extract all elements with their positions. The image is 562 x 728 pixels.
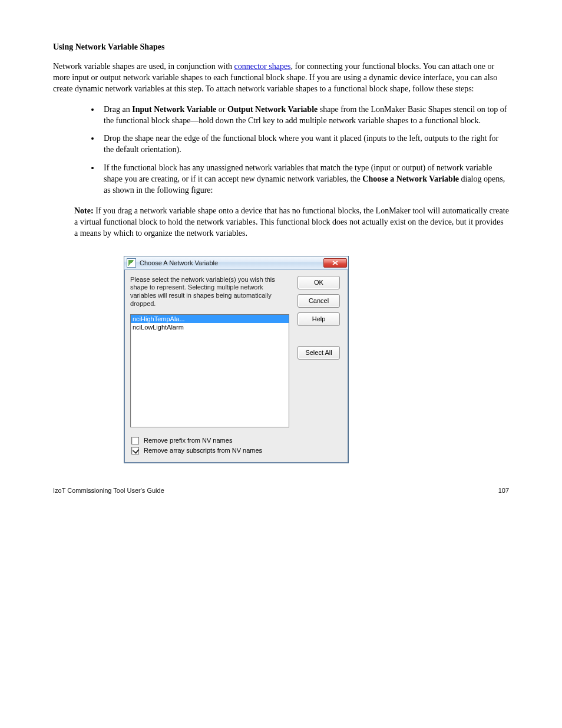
close-icon xyxy=(332,261,338,265)
bullet-item: Drag an Input Network Variable or Output… xyxy=(100,104,509,127)
intro-paragraph: Network variable shapes are used, in con… xyxy=(53,61,509,95)
intro-text-1: Network variable shapes are used, in con… xyxy=(53,62,234,71)
connector-shapes-link[interactable]: connector shapes xyxy=(234,62,291,71)
nv-listbox[interactable]: nciHighTempAla... nciLowLightAlarm xyxy=(130,314,289,427)
bullet-bold-1: Input Network Variable xyxy=(132,105,216,114)
bullet-text: or xyxy=(216,105,227,114)
dialog-title: Choose A Network Variable xyxy=(140,259,323,266)
remove-prefix-label: Remove prefix from NV names xyxy=(144,437,232,444)
help-button[interactable]: Help xyxy=(297,312,340,326)
bullet-text: Drag an xyxy=(104,105,132,114)
close-button[interactable] xyxy=(323,258,347,268)
remove-subscripts-label: Remove array subscripts from NV names xyxy=(144,447,262,454)
list-item[interactable]: nciHighTempAla... xyxy=(131,315,289,323)
list-item[interactable]: nciLowLightAlarm xyxy=(131,323,289,331)
dialog-instructions: Please select the network variable(s) yo… xyxy=(130,276,289,308)
choose-nv-dialog: Choose A Network Variable Please select … xyxy=(124,256,349,463)
note-label: Note: xyxy=(74,206,95,215)
bullet-bold-2: Output Network Variable xyxy=(227,105,318,114)
app-icon xyxy=(127,258,136,268)
bullet-list: Drag an Input Network Variable or Output… xyxy=(53,104,509,196)
remove-prefix-checkbox[interactable] xyxy=(131,437,139,444)
cancel-button[interactable]: Cancel xyxy=(297,294,340,308)
footer-left: IzoT Commissioning Tool User's Guide xyxy=(53,487,164,494)
section-heading: Using Network Variable Shapes xyxy=(53,42,509,52)
footer-page-number: 107 xyxy=(498,487,509,494)
select-all-button[interactable]: Select All xyxy=(297,346,340,360)
ok-button[interactable]: OK xyxy=(297,276,340,289)
bullet-item: If the functional block has any unassign… xyxy=(100,163,509,196)
remove-subscripts-checkbox[interactable] xyxy=(131,447,139,454)
bullet-item: Drop the shape near the edge of the func… xyxy=(100,133,509,156)
dialog-titlebar: Choose A Network Variable xyxy=(124,256,348,270)
note-text: If you drag a network variable shape ont… xyxy=(74,206,509,238)
bullet-bold-1: Choose a Network Variable xyxy=(362,174,459,183)
bullet-text: Drop the shape near the edge of the func… xyxy=(104,134,498,154)
